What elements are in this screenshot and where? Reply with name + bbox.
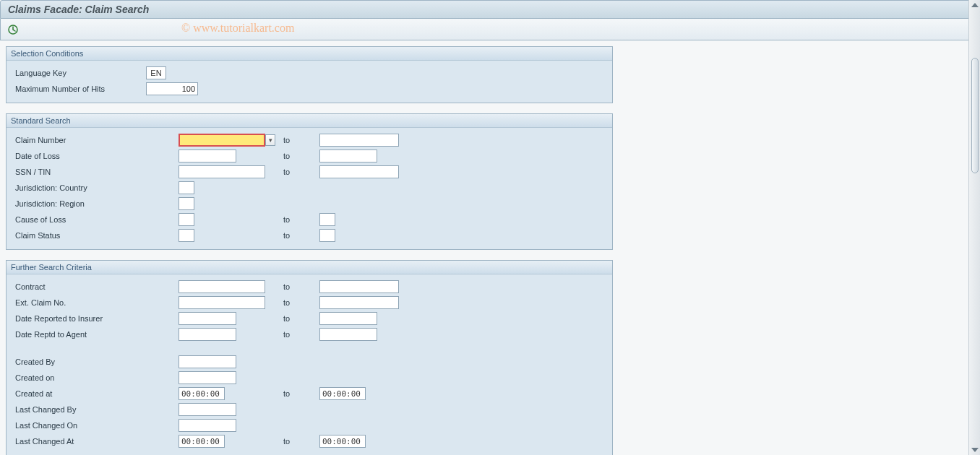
label-cause-of-loss: Cause of Loss bbox=[12, 215, 179, 224]
label-date-of-loss: Date of Loss bbox=[12, 152, 179, 160]
group-header-further: Further Search Criteria bbox=[7, 261, 612, 274]
cause-of-loss-to-input[interactable] bbox=[319, 213, 335, 226]
to-label: to bbox=[283, 152, 319, 160]
last-changed-at-from-input[interactable] bbox=[179, 435, 225, 448]
last-changed-at-to-input[interactable] bbox=[319, 435, 366, 448]
label-juris-region: Jurisdiction: Region bbox=[12, 199, 179, 208]
toolbar: © www.tutorialkart.com bbox=[0, 19, 980, 40]
date-rep-agent-from-input[interactable] bbox=[179, 328, 236, 341]
created-on-input[interactable] bbox=[179, 371, 236, 384]
label-last-changed-at: Last Changed At bbox=[12, 437, 179, 446]
group-header-standard: Standard Search bbox=[7, 114, 612, 128]
label-claim-status: Claim Status bbox=[12, 231, 179, 240]
execute-button[interactable] bbox=[7, 23, 20, 36]
page-title: Claims Facade: Claim Search bbox=[8, 4, 149, 15]
date-rep-insurer-from-input[interactable] bbox=[179, 312, 236, 325]
ssn-from-input[interactable] bbox=[179, 165, 265, 178]
label-contract: Contract bbox=[12, 282, 179, 291]
label-last-changed-on: Last Changed On bbox=[12, 421, 179, 430]
group-standard-search: Standard Search Claim Number ▾ to Date o… bbox=[6, 113, 613, 250]
label-juris-country: Jurisdiction: Country bbox=[12, 183, 179, 192]
group-further-criteria: Further Search Criteria Contract to Ext.… bbox=[6, 260, 613, 455]
label-ssn-tin: SSN / TIN bbox=[12, 168, 179, 176]
created-at-to-input[interactable] bbox=[319, 387, 366, 400]
contract-to-input[interactable] bbox=[319, 280, 399, 293]
created-by-input[interactable] bbox=[179, 355, 236, 368]
label-ext-claim: Ext. Claim No. bbox=[12, 298, 179, 307]
claim-status-from-input[interactable] bbox=[179, 229, 194, 242]
to-label: to bbox=[283, 314, 319, 323]
scroll-down-icon bbox=[971, 448, 979, 452]
ssn-to-input[interactable] bbox=[319, 165, 399, 178]
label-date-rep-insurer: Date Reported to Insurer bbox=[12, 314, 179, 323]
last-changed-by-input[interactable] bbox=[179, 403, 236, 416]
date-rep-agent-to-input[interactable] bbox=[319, 328, 377, 341]
scroll-thumb[interactable] bbox=[971, 58, 979, 173]
juris-country-input[interactable] bbox=[179, 181, 194, 194]
label-last-changed-by: Last Changed By bbox=[12, 405, 179, 414]
label-created-by: Created By bbox=[12, 358, 179, 366]
cause-of-loss-from-input[interactable] bbox=[179, 213, 194, 226]
to-label: to bbox=[283, 215, 319, 224]
group-header-selection: Selection Conditions bbox=[7, 47, 612, 61]
claim-number-to-input[interactable] bbox=[319, 134, 399, 147]
scroll-up-icon bbox=[971, 3, 979, 7]
ext-claim-from-input[interactable] bbox=[179, 296, 265, 309]
vertical-scrollbar[interactable] bbox=[968, 0, 980, 455]
to-label: to bbox=[283, 231, 319, 240]
clock-run-icon bbox=[7, 24, 19, 35]
claim-number-from-input[interactable] bbox=[179, 134, 265, 147]
language-key-input[interactable] bbox=[146, 66, 166, 79]
label-created-on: Created on bbox=[12, 373, 179, 382]
date-of-loss-to-input[interactable] bbox=[319, 150, 377, 162]
contract-from-input[interactable] bbox=[179, 280, 265, 293]
claim-number-f4-button[interactable]: ▾ bbox=[265, 134, 275, 146]
group-selection-conditions: Selection Conditions Language Key Maximu… bbox=[6, 46, 613, 103]
label-language-key: Language Key bbox=[12, 69, 146, 77]
created-at-from-input[interactable] bbox=[179, 387, 225, 400]
to-label: to bbox=[283, 136, 319, 144]
label-date-rep-agent: Date Reptd to Agent bbox=[12, 330, 179, 339]
label-claim-number: Claim Number bbox=[12, 136, 179, 144]
date-of-loss-from-input[interactable] bbox=[179, 150, 236, 162]
label-created-at: Created at bbox=[12, 389, 179, 398]
claim-status-to-input[interactable] bbox=[319, 229, 335, 242]
to-label: to bbox=[283, 168, 319, 176]
to-label: to bbox=[283, 389, 319, 398]
search-help-icon: ▾ bbox=[269, 136, 272, 144]
to-label: to bbox=[283, 282, 319, 291]
last-changed-on-input[interactable] bbox=[179, 419, 236, 432]
ext-claim-to-input[interactable] bbox=[319, 296, 399, 309]
max-hits-input[interactable] bbox=[146, 82, 198, 95]
label-max-hits: Maximum Number of Hits bbox=[12, 84, 146, 93]
to-label: to bbox=[283, 437, 319, 446]
date-rep-insurer-to-input[interactable] bbox=[319, 312, 377, 325]
juris-region-input[interactable] bbox=[179, 197, 194, 210]
content-area: Selection Conditions Language Key Maximu… bbox=[0, 40, 980, 455]
window-title-bar: Claims Facade: Claim Search bbox=[0, 0, 980, 19]
to-label: to bbox=[283, 298, 319, 307]
watermark: © www.tutorialkart.com bbox=[181, 22, 294, 35]
to-label: to bbox=[283, 330, 319, 339]
